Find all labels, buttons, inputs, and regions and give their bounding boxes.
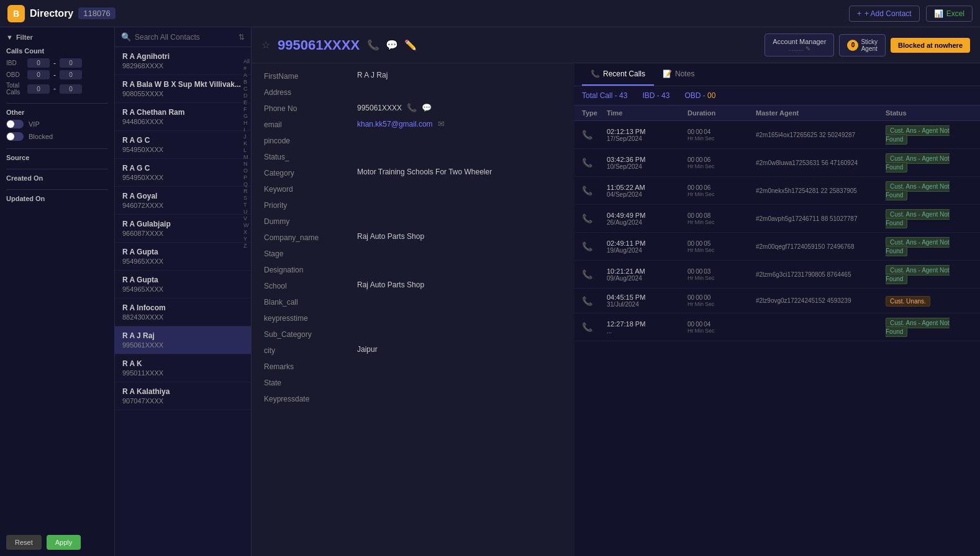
phone-small-icon[interactable]: 📞 — [407, 103, 417, 112]
blocked-at-button[interactable]: Blocked at nowhere — [891, 38, 970, 53]
calls-tab[interactable]: 📞Recent Calls — [582, 63, 654, 86]
contact-item[interactable]: R A J Raj 995061XXXX — [115, 326, 251, 354]
header-right: Account Manager ......... ✎ 0 StickyAgen… — [764, 34, 970, 56]
mail-icon[interactable]: ✉ — [438, 119, 445, 128]
contact-item[interactable]: R A G C 954950XXXX — [115, 159, 251, 187]
blankcall-row: Blank_call — [264, 297, 562, 307]
account-manager-button[interactable]: Account Manager ......... ✎ — [764, 34, 834, 56]
alpha-index-item[interactable]: C — [242, 86, 251, 92]
contact-item[interactable]: R A G C 954950XXXX — [115, 131, 251, 159]
contact-item[interactable]: R A Agnihotri 982968XXXX — [115, 47, 251, 75]
alpha-index-item[interactable]: B — [242, 79, 251, 85]
filter-title: ▼ Filter — [6, 34, 108, 41]
call-time: 02:12:13 PM — [607, 128, 687, 135]
contact-item[interactable]: R A Chethan Ram 944806XXXX — [115, 103, 251, 131]
calls-table-header: TypeTimeDurationMaster AgentStatus — [574, 105, 980, 121]
table-header-cell: Time — [607, 109, 687, 117]
contact-item[interactable]: R A Kalathiya 907047XXXX — [115, 382, 251, 410]
alpha-index-item[interactable]: Q — [242, 181, 251, 187]
divider-3 — [6, 169, 108, 169]
vip-toggle[interactable] — [6, 120, 24, 128]
status-badge: Cust. Ans - Agent Not Found — [886, 181, 950, 200]
detail-header: ☆ 995061XXXX 📞 💬 ✏️ Account Manager ....… — [252, 27, 980, 63]
reset-button[interactable]: Reset — [6, 535, 42, 550]
call-duration: 00 00 08 — [687, 212, 756, 219]
alpha-index-item[interactable]: S — [242, 195, 251, 201]
category-row: Category Motor Training Schools For Two … — [264, 168, 562, 177]
call-status-cell: Cust. Ans - Agent Not Found — [886, 154, 973, 171]
contact-item[interactable]: R A K 995011XXXX — [115, 354, 251, 382]
alpha-index-item[interactable]: L — [242, 147, 251, 153]
call-icon[interactable]: 📞 — [367, 39, 379, 51]
sticky-agent-button[interactable]: 0 StickyAgent — [839, 34, 886, 56]
alpha-index-item[interactable]: Y — [242, 236, 251, 242]
alpha-index-item[interactable]: Z — [242, 243, 251, 249]
contact-phone: 954950XXXX — [122, 174, 243, 181]
call-duration-cell: 00 00 04 Hr Min Sec — [687, 128, 756, 141]
alpha-index-item[interactable]: F — [242, 106, 251, 112]
alpha-index-item[interactable]: V — [242, 215, 251, 222]
alpha-index-item[interactable]: R — [242, 188, 251, 194]
ibd-min-value: 0 — [27, 58, 50, 68]
call-date: 09/Aug/2024 — [607, 275, 687, 282]
alpha-index-item[interactable]: N — [242, 161, 251, 167]
search-input[interactable] — [135, 33, 235, 42]
sticky-agent-label: StickyAgent — [861, 38, 878, 52]
alpha-index-item[interactable]: U — [242, 208, 251, 215]
apply-button[interactable]: Apply — [47, 535, 81, 550]
duration-labels: Hr Min Sec — [687, 301, 756, 307]
alpha-index-item[interactable]: E — [242, 99, 251, 105]
alpha-index-item[interactable]: A — [242, 72, 251, 78]
calls-stats: Total Call - 43 IBD - 43 OBD - 00 — [574, 86, 980, 105]
calls-rows: 📞 02:12:13 PM 17/Sep/2024 00 00 04 Hr Mi… — [574, 121, 980, 556]
call-master-agent: #2m0nekx5h17254281 22 25837905 — [756, 187, 886, 194]
alpha-index-item[interactable]: D — [242, 92, 251, 99]
contact-item[interactable]: R A Goyal 946072XXXX — [115, 187, 251, 215]
status-badge: Cust. Ans - Agent Not Found — [886, 125, 950, 145]
contact-phone: 995061XXXX — [122, 341, 243, 349]
alpha-index-item[interactable]: M — [242, 154, 251, 160]
filter-icon: ▼ — [6, 34, 13, 41]
total-max-value: 0 — [60, 84, 82, 94]
contact-item[interactable]: R A Gupta 954965XXXX — [115, 271, 251, 298]
count-badge: 118076 — [78, 7, 115, 19]
call-row: 📞 02:12:13 PM 17/Sep/2024 00 00 04 Hr Mi… — [574, 121, 980, 149]
companyname-label: Company_name — [264, 232, 357, 242]
alpha-index-item[interactable]: All — [242, 58, 251, 65]
contact-item[interactable]: R A Gulabjaip 966087XXXX — [115, 215, 251, 243]
dummy-label: Dummy — [264, 216, 357, 226]
total-calls-range-row: Total Calls 0 - 0 — [6, 82, 108, 96]
alpha-index-item[interactable]: K — [242, 140, 251, 146]
contact-item[interactable]: R A Gupta 954965XXXX — [115, 243, 251, 271]
alpha-index-item[interactable]: G — [242, 113, 251, 119]
alpha-index-item[interactable]: # — [242, 65, 251, 71]
star-icon[interactable]: ☆ — [261, 39, 270, 51]
message-small-icon[interactable]: 💬 — [422, 103, 432, 112]
call-time-cell: 02:12:13 PM 17/Sep/2024 — [607, 128, 687, 142]
contacts-scroll: R A Agnihotri 982968XXXX R A Bala W B X … — [115, 47, 251, 556]
call-duration-cell: 00 00 04 Hr Min Sec — [687, 321, 756, 334]
alpha-index-item[interactable]: T — [242, 202, 251, 208]
alpha-index-item[interactable]: X — [242, 229, 251, 235]
calls-tab[interactable]: 📝Notes — [654, 63, 703, 86]
chat-icon[interactable]: 💬 — [386, 39, 398, 51]
contact-item[interactable]: R A Bala W B X Sup Mkt Villivak... 90805… — [115, 75, 251, 103]
alpha-index-item[interactable]: I — [242, 127, 251, 133]
alpha-index-item[interactable]: W — [242, 222, 251, 228]
account-manager-sub: ......... ✎ — [773, 45, 826, 52]
blocked-toggle[interactable] — [6, 132, 24, 141]
sort-icon[interactable]: ⇅ — [238, 33, 245, 42]
contact-item[interactable]: R A Infocom 882430XXXX — [115, 298, 251, 326]
excel-button[interactable]: 📊 Excel — [926, 6, 973, 22]
alpha-index-item[interactable]: O — [242, 168, 251, 174]
alpha-index-item[interactable]: P — [242, 174, 251, 181]
alpha-index-item[interactable]: J — [242, 133, 251, 140]
blocked-label: Blocked — [29, 133, 53, 140]
alpha-index-item[interactable]: H — [242, 120, 251, 126]
edit-icon[interactable]: ✏️ — [404, 39, 417, 51]
main-layout: ▼ Filter Calls Count IBD 0 - 0 OBD 0 - 0… — [0, 27, 980, 556]
obd-min-value: 0 — [27, 70, 50, 79]
call-date: 19/Aug/2024 — [607, 247, 687, 254]
status-badge: Cust. Ans - Agent Not Found — [886, 153, 950, 173]
add-contact-button[interactable]: + + Add Contact — [849, 6, 920, 22]
